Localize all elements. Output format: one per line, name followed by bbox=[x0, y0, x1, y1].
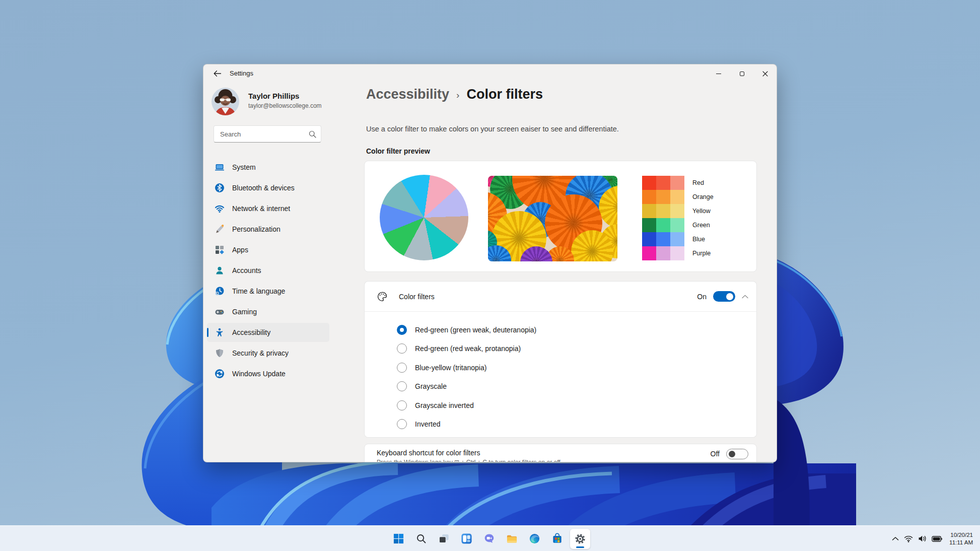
sidebar-item-label: Personalization bbox=[232, 225, 281, 233]
search-box[interactable] bbox=[214, 125, 321, 143]
taskbar-chat-button[interactable] bbox=[479, 529, 500, 549]
radio-button[interactable] bbox=[397, 343, 407, 354]
battery-icon[interactable] bbox=[932, 536, 942, 542]
taskbar-explorer-button[interactable] bbox=[502, 529, 522, 549]
profile-email: taylor@bellowscollege.com bbox=[248, 102, 322, 109]
swatch-cell bbox=[642, 176, 656, 190]
sidebar-item-label: Apps bbox=[232, 246, 248, 254]
radio-option-grayscale[interactable]: Grayscale bbox=[365, 377, 756, 396]
sidebar-item-personalization[interactable]: Personalization bbox=[207, 220, 329, 239]
keyboard-shortcut-title: Keyboard shortcut for color filters bbox=[377, 449, 480, 457]
swatch-cell bbox=[670, 246, 684, 260]
swatch-label: Purple bbox=[692, 250, 711, 257]
toggle-knob bbox=[729, 451, 735, 457]
accessibility-icon bbox=[215, 327, 225, 337]
sidebar-item-network-internet[interactable]: Network & internet bbox=[207, 199, 329, 218]
sidebar-item-security-privacy[interactable]: Security & privacy bbox=[207, 343, 329, 363]
color-filters-expander[interactable]: Color filters On bbox=[364, 281, 757, 312]
edge-icon bbox=[529, 533, 540, 544]
sidebar-item-accessibility[interactable]: Accessibility bbox=[207, 323, 329, 342]
back-button[interactable] bbox=[212, 69, 222, 78]
swatch-label: Red bbox=[692, 179, 704, 186]
store-icon bbox=[551, 533, 563, 544]
sidebar-item-windows-update[interactable]: Windows Update bbox=[207, 364, 329, 383]
sidebar-item-bluetooth-devices[interactable]: Bluetooth & devices bbox=[207, 178, 329, 197]
accounts-icon bbox=[215, 265, 225, 276]
radio-button[interactable] bbox=[397, 419, 407, 429]
taskbar-start-button[interactable] bbox=[389, 529, 409, 549]
taskbar-widgets-button[interactable] bbox=[457, 529, 477, 549]
sidebar-item-label: Security & privacy bbox=[232, 349, 289, 357]
minimize-icon bbox=[716, 74, 721, 74]
time-icon bbox=[215, 286, 225, 296]
taskbar-edge-button[interactable] bbox=[525, 529, 545, 549]
sidebar-item-label: Time & language bbox=[232, 287, 285, 295]
radio-option-red-green-green-weak-deuteranopia[interactable]: Red-green (green weak, deuteranopia) bbox=[365, 320, 756, 339]
radio-option-label: Grayscale bbox=[415, 382, 447, 390]
swatch-row-purple: Purple bbox=[642, 246, 714, 260]
sidebar-item-gaming[interactable]: Gaming bbox=[207, 302, 329, 321]
swatch-row-blue: Blue bbox=[642, 232, 714, 246]
close-button[interactable] bbox=[753, 64, 777, 83]
taskbar-clock[interactable]: 10/20/21 11:11 AM bbox=[949, 531, 973, 546]
taskview-icon bbox=[438, 533, 450, 544]
radio-option-blue-yellow-tritanopia[interactable]: Blue-yellow (tritanopia) bbox=[365, 358, 756, 377]
taskbar-settings-button[interactable] bbox=[570, 529, 590, 549]
radio-button[interactable] bbox=[397, 381, 407, 391]
swatch-cell bbox=[670, 232, 684, 246]
minimize-button[interactable] bbox=[707, 64, 730, 83]
taskbar-search-button[interactable] bbox=[411, 529, 432, 549]
color-filters-label: Color filters bbox=[399, 293, 435, 301]
gaming-icon bbox=[215, 307, 225, 317]
radio-button-selected[interactable] bbox=[397, 325, 407, 335]
swatch-cell bbox=[670, 218, 684, 232]
personalization-icon bbox=[215, 224, 225, 234]
sidebar-item-time-language[interactable]: Time & language bbox=[207, 282, 329, 301]
swatch-cell bbox=[656, 218, 670, 232]
radio-option-label: Blue-yellow (tritanopia) bbox=[415, 364, 486, 372]
maximize-icon bbox=[740, 72, 744, 76]
swatch-row-yellow: Yellow bbox=[642, 204, 714, 218]
taskbar-store-button[interactable] bbox=[547, 529, 568, 549]
avatar[interactable] bbox=[212, 88, 239, 115]
titlebar[interactable]: Settings bbox=[203, 64, 777, 83]
back-arrow-icon bbox=[214, 71, 221, 77]
sidebar-item-accounts[interactable]: Accounts bbox=[207, 261, 329, 280]
breadcrumb-accessibility[interactable]: Accessibility bbox=[366, 87, 449, 102]
sidebar-item-apps[interactable]: Apps bbox=[207, 240, 329, 259]
search-input[interactable] bbox=[214, 126, 321, 142]
swatch-cell bbox=[670, 190, 684, 204]
breadcrumb: Accessibility › Color filters bbox=[366, 87, 543, 102]
radio-button[interactable] bbox=[397, 363, 407, 373]
maximize-button[interactable] bbox=[730, 64, 753, 83]
swatch-cell bbox=[656, 176, 670, 190]
tray-chevron-up-icon[interactable] bbox=[892, 536, 899, 541]
radio-option-inverted[interactable]: Inverted bbox=[365, 415, 756, 434]
chevron-up-icon[interactable] bbox=[742, 295, 748, 299]
keyboard-shortcut-toggle[interactable] bbox=[726, 449, 748, 459]
color-filter-options-list: Red-green (green weak, deuteranopia)Red-… bbox=[364, 312, 757, 438]
swatch-cell bbox=[656, 204, 670, 218]
radio-option-grayscale-inverted[interactable]: Grayscale inverted bbox=[365, 396, 756, 415]
color-filters-toggle[interactable] bbox=[713, 291, 735, 302]
sidebar-nav: SystemBluetooth & devicesNetwork & inter… bbox=[207, 158, 329, 385]
widgets-icon bbox=[461, 533, 472, 544]
radio-option-red-green-red-weak-protanopia[interactable]: Red-green (red weak, protanopia) bbox=[365, 339, 756, 359]
swatch-cell bbox=[642, 232, 656, 246]
wifi-icon[interactable] bbox=[904, 535, 913, 542]
radio-option-label: Grayscale inverted bbox=[415, 401, 474, 409]
preview-pie-chart bbox=[380, 175, 468, 260]
taskbar-taskview-button[interactable] bbox=[434, 529, 454, 549]
sidebar-item-system[interactable]: System bbox=[207, 158, 329, 177]
keyboard-shortcut-state-label: Off bbox=[711, 450, 720, 458]
color-filter-preview-card: RedOrangeYellowGreenBluePurple bbox=[364, 161, 757, 272]
volume-icon[interactable] bbox=[918, 535, 927, 542]
sidebar-item-label: Accessibility bbox=[232, 328, 270, 336]
security-icon bbox=[215, 348, 225, 358]
radio-button[interactable] bbox=[397, 400, 407, 410]
sidebar-item-label: Bluetooth & devices bbox=[232, 184, 295, 192]
palette-icon bbox=[377, 291, 388, 304]
keyboard-shortcut-subtitle: Press the Windows logo key ⊞ + Ctrl + C … bbox=[377, 459, 562, 462]
swatch-cell bbox=[642, 190, 656, 204]
swatch-cell bbox=[656, 232, 670, 246]
